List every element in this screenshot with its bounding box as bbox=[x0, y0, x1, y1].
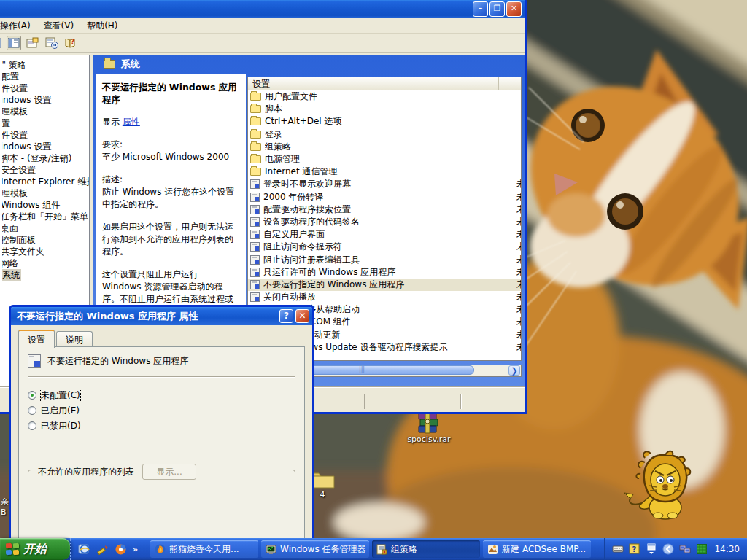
list-item[interactable]: 设备驱动程序的代码签名未配置 bbox=[248, 216, 521, 228]
brush-tool-icon[interactable] bbox=[96, 543, 109, 556]
task-button-task-manager[interactable]: Windows 任务管理器 bbox=[261, 540, 369, 558]
maximize-button[interactable]: ❐ bbox=[489, 1, 505, 17]
radio-icon[interactable] bbox=[28, 421, 36, 430]
radio-icon[interactable] bbox=[28, 391, 36, 400]
keyboard-input-icon[interactable] bbox=[612, 543, 624, 555]
list-item[interactable]: 阻止访问注册表编辑工具未配置 bbox=[248, 253, 521, 265]
dialog-title: 不要运行指定的 Windows 应用程序 属性 bbox=[17, 310, 198, 323]
list-item[interactable]: 自定义用户界面未配置 bbox=[248, 228, 521, 241]
category-header: 系统 bbox=[93, 55, 525, 74]
column-header-setting[interactable]: 设置 bbox=[248, 77, 499, 90]
radio-not-configured[interactable]: 未配置(C) bbox=[28, 388, 295, 402]
desktop-icon-label: spoclsv.rar bbox=[400, 435, 458, 444]
list-item[interactable]: 2000 年份转译未配置 bbox=[248, 191, 521, 203]
radio-disabled[interactable]: 已禁用(D) bbox=[28, 419, 295, 433]
tree-item-security-settings[interactable]: 安全设置 bbox=[2, 164, 90, 176]
desktop-icon-spoclsv-rar[interactable]: spoclsv.rar bbox=[400, 410, 458, 444]
tree-item-user-config[interactable]: 用户配置 bbox=[2, 117, 90, 129]
internet-explorer-icon[interactable] bbox=[78, 543, 90, 556]
groupbox-label: 不允许的应用程序的列表 bbox=[36, 466, 136, 478]
tree-item-desktop[interactable]: 桌面 bbox=[2, 222, 90, 234]
folder-icon bbox=[250, 105, 261, 113]
list-item[interactable]: 阻止访问命令提示符未配置 bbox=[248, 241, 521, 253]
list-item[interactable]: 登录时不显示欢迎屏幕未配置 bbox=[248, 178, 521, 190]
policy-icon bbox=[28, 354, 41, 368]
task-button-acdsee-bmp[interactable]: 新建 ACDSee BMP... bbox=[483, 540, 591, 558]
folder-icon bbox=[250, 155, 261, 163]
radio-icon[interactable] bbox=[28, 406, 36, 415]
display-label: 显示 bbox=[102, 117, 120, 127]
task-button-group-policy[interactable]: 组策略 bbox=[372, 540, 480, 558]
tree-item-control-panel[interactable]: 控制面板 bbox=[2, 234, 90, 246]
folder-icon bbox=[250, 93, 261, 101]
tray-clock[interactable]: 14:30 bbox=[713, 544, 740, 554]
close-button[interactable]: ✕ bbox=[506, 1, 522, 17]
hide-inactive-icons-chevron[interactable] bbox=[662, 543, 674, 555]
policy-icon bbox=[250, 280, 260, 289]
description-paragraph: 如果启用这个设置，用户则无法运行添加到不允许的应用程序列表的程序。 bbox=[102, 221, 240, 258]
menu-action[interactable]: 操作(A) bbox=[0, 18, 37, 34]
tree-item-admin-templates[interactable]: 管理模板 bbox=[2, 187, 90, 199]
language-help-icon[interactable]: ? bbox=[629, 543, 640, 555]
task-button-browser[interactable]: 熊猫烧香今天用... bbox=[150, 540, 258, 558]
list-item[interactable]: 脚本 bbox=[248, 103, 521, 115]
tree-item-windows-components[interactable]: Windows 组件 bbox=[2, 199, 90, 211]
window-titlebar[interactable]: – ❐ ✕ bbox=[0, 0, 525, 18]
start-button[interactable]: 开始 bbox=[0, 538, 70, 560]
requirements-value: 至少 Microsoft Windows 2000 bbox=[102, 151, 240, 163]
back-icon[interactable] bbox=[0, 36, 2, 50]
help-icon[interactable]: ? bbox=[63, 36, 78, 50]
quick-launch-overflow-chevron[interactable]: » bbox=[133, 545, 138, 554]
radio-enabled[interactable]: 已启用(E) bbox=[28, 403, 295, 418]
tree-item-computer-config[interactable]: 计算机配置 bbox=[2, 71, 90, 82]
category-title: 系统 bbox=[121, 58, 140, 71]
list-item[interactable]: 组策略 bbox=[248, 141, 521, 153]
policy-icon bbox=[250, 242, 260, 252]
list-item[interactable]: 配置驱动程序搜索位置未配置 bbox=[248, 203, 521, 216]
media-player-icon[interactable] bbox=[115, 543, 127, 556]
show-console-tree-icon[interactable] bbox=[7, 36, 21, 50]
tree-item-windows-settings[interactable]: Windows 设置 bbox=[2, 141, 90, 152]
properties-icon[interactable] bbox=[26, 36, 40, 50]
tree-item-taskbar-startmenu[interactable]: 任务栏和「开始」菜单 bbox=[2, 211, 90, 222]
show-button-disabled: 显示... bbox=[142, 464, 196, 480]
network-status-icon[interactable] bbox=[679, 543, 691, 555]
tree-item-local-policy[interactable]: "本地计算机" 策略 bbox=[2, 59, 90, 71]
rising-lion-mascot[interactable] bbox=[620, 443, 693, 527]
list-item[interactable]: 用户配置文件 bbox=[248, 90, 521, 103]
dialog-close-button[interactable]: ✕ bbox=[295, 309, 309, 323]
minimize-button[interactable]: – bbox=[473, 1, 488, 17]
tree-item-windows-settings[interactable]: Windows 设置 bbox=[2, 94, 90, 106]
tree-item-scripts[interactable]: 脚本 - (登录/注销) bbox=[2, 152, 90, 164]
folder-icon bbox=[250, 131, 261, 139]
tree-item-ie-maintenance[interactable]: Internet Explorer 维护 bbox=[2, 176, 90, 187]
language-bar-restore-icon[interactable] bbox=[646, 543, 657, 555]
list-item[interactable]: 关闭自动播放未配置 bbox=[248, 291, 521, 303]
properties-link[interactable]: 属性 bbox=[123, 117, 140, 127]
list-item[interactable]: 电源管理 bbox=[248, 153, 521, 166]
tree-item-shared-folders[interactable]: 共享文件夹 bbox=[2, 246, 90, 257]
list-item[interactable]: 只运行许可的 Windows 应用程序未配置 bbox=[248, 266, 521, 279]
scroll-right-arrow[interactable]: ❯ bbox=[508, 365, 520, 376]
export-list-icon[interactable] bbox=[44, 36, 59, 50]
tree-item-admin-templates[interactable]: 管理模板 bbox=[2, 106, 90, 117]
acdsee-icon bbox=[487, 544, 498, 555]
list-item[interactable]: 登录 bbox=[248, 128, 521, 141]
list-item-selected[interactable]: 不要运行指定的 Windows 应用程序未配置 bbox=[248, 279, 521, 291]
svg-text:?: ? bbox=[632, 545, 637, 553]
policy-icon bbox=[250, 292, 260, 302]
list-item[interactable]: Internet 通信管理 bbox=[248, 166, 521, 178]
dialog-policy-label: 不要运行指定的 Windows 应用程序 bbox=[47, 355, 188, 368]
tree-item-software-settings[interactable]: 软件设置 bbox=[2, 82, 90, 94]
tree-item-software-settings[interactable]: 软件设置 bbox=[2, 129, 90, 141]
tree-item-network[interactable]: 网络 bbox=[2, 257, 90, 269]
tab-settings[interactable]: 设置 bbox=[18, 330, 55, 348]
menu-help[interactable]: 帮助(H) bbox=[80, 18, 124, 34]
tree-item-system[interactable]: 系统 bbox=[2, 269, 90, 281]
menu-view[interactable]: 查看(V) bbox=[37, 18, 81, 34]
dialog-help-button[interactable]: ? bbox=[279, 309, 293, 323]
dialog-titlebar[interactable]: 不要运行指定的 Windows 应用程序 属性 ? ✕ bbox=[11, 307, 312, 325]
green-app-tray-icon[interactable] bbox=[696, 543, 708, 555]
list-item[interactable]: Ctrl+Alt+Del 选项 bbox=[248, 115, 521, 128]
column-header-status[interactable] bbox=[499, 77, 521, 90]
